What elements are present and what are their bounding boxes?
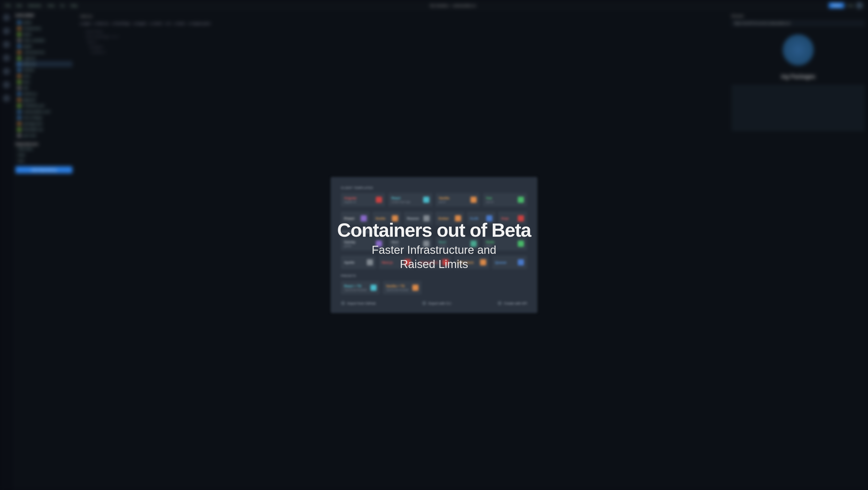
template-icon: [442, 259, 448, 265]
template-card[interactable]: Nextnext.js: [388, 237, 432, 251]
template-card[interactable]: Preact: [341, 212, 370, 225]
template-icon: [361, 215, 367, 222]
api-icon: [498, 301, 502, 305]
template-icon: [455, 215, 461, 222]
template-card[interactable]: Reactcreate-react-app: [388, 193, 432, 206]
template-icon: [424, 215, 430, 222]
template-card[interactable]: MDX Deck: [454, 256, 489, 269]
template-icon: [480, 259, 486, 265]
template-card[interactable]: Gatsbygatsby: [341, 237, 385, 251]
template-card[interactable]: Nest.js: [379, 256, 414, 269]
import-github-link[interactable]: Import from GitHub: [341, 301, 376, 305]
template-card[interactable]: Vuevue-cli: [483, 193, 527, 206]
template-icon: [392, 215, 398, 222]
template-icon: [423, 197, 429, 203]
section-server-templates: SERVER TEMPLATES: [341, 230, 527, 233]
template-card[interactable]: Nodenode: [483, 237, 527, 251]
create-api-link[interactable]: Create with API: [498, 301, 527, 305]
template-card[interactable]: Apollo: [341, 256, 376, 269]
template-icon: [518, 215, 524, 222]
template-card[interactable]: Svelte: [372, 212, 401, 225]
template-icon: [370, 285, 377, 291]
cli-icon: [422, 301, 426, 305]
template-icon: [412, 285, 418, 291]
template-card[interactable]: Vanillaparcel: [436, 193, 480, 206]
template-card[interactable]: Ember: [435, 212, 464, 225]
template-picker-modal[interactable]: CLIENT TEMPLATES Angularangular-cliReact…: [331, 177, 537, 313]
template-icon: [376, 197, 382, 203]
template-card[interactable]: CxJS: [467, 212, 496, 225]
export-cli-link[interactable]: Export with CLI: [422, 301, 451, 305]
template-icon: [376, 240, 382, 247]
github-icon: [341, 301, 345, 305]
template-icon: [518, 197, 524, 203]
template-card[interactable]: Nuxtnuxt.js: [436, 237, 480, 251]
template-icon: [518, 259, 524, 265]
template-icon: [405, 259, 411, 265]
modal-overlay: CLIENT TEMPLATES Angularangular-cliReact…: [0, 0, 868, 490]
template-card[interactable]: Reason: [404, 212, 433, 225]
template-card[interactable]: Quasar: [492, 256, 527, 269]
template-icon: [518, 240, 524, 247]
template-icon: [367, 259, 373, 265]
template-card[interactable]: React + TSTypeScript template: [341, 281, 380, 294]
template-icon: [470, 197, 477, 203]
template-card[interactable]: Dojo: [498, 212, 527, 225]
template-card[interactable]: Angularangular-cli: [341, 193, 385, 206]
template-icon: [486, 215, 492, 222]
template-icon: [423, 240, 429, 247]
section-client-templates: CLIENT TEMPLATES: [341, 186, 527, 190]
section-presets: PRESETS: [341, 274, 527, 277]
template-card[interactable]: Vanilla + TSTypeScript template: [383, 281, 422, 294]
template-icon: [470, 240, 477, 247]
template-card[interactable]: Styleguidist: [416, 256, 452, 269]
